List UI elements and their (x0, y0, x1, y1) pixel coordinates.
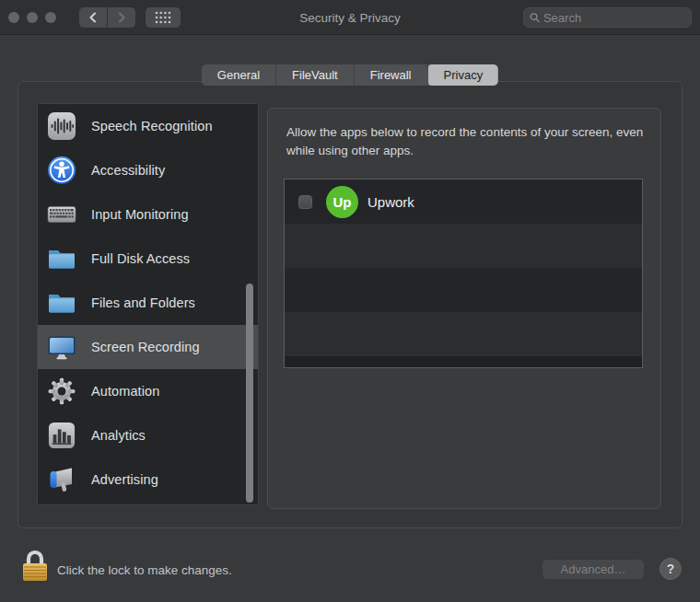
empty-row (285, 312, 642, 356)
megaphone-icon (46, 464, 77, 495)
bar-chart-icon (46, 420, 77, 451)
lock-hint-text: Click the lock to make changes. (57, 563, 232, 577)
search-input[interactable] (543, 11, 685, 25)
empty-row (285, 356, 642, 368)
folder-icon (46, 287, 77, 318)
sidebar-item-automation[interactable]: Automation (38, 369, 258, 413)
sidebar-item-label: Files and Folders (91, 295, 195, 310)
sidebar-item-label: Advertising (91, 472, 158, 487)
panel-description: Allow the apps below to record the conte… (286, 123, 651, 159)
waveform-icon (46, 110, 77, 142)
empty-row (285, 268, 642, 312)
sidebar-item-input-monitoring[interactable]: Input Monitoring (38, 192, 258, 237)
sidebar-item-speech-recognition[interactable]: Speech Recognition (38, 104, 258, 148)
sidebar-item-analytics[interactable]: Analytics (38, 413, 258, 457)
question-mark-icon: ? (667, 561, 675, 576)
sidebar-item-label: Input Monitoring (91, 207, 189, 222)
chevron-left-icon (88, 11, 99, 24)
tab-bar: General FileVault Firewall Privacy (202, 64, 498, 86)
sidebar-item-label: Screen Recording (91, 340, 200, 354)
minimize-window-icon[interactable] (27, 12, 38, 23)
folder-icon (46, 243, 77, 274)
upwork-logo-text: Up (333, 194, 352, 210)
screen-recording-panel: Allow the apps below to record the conte… (267, 108, 661, 509)
lock-button[interactable] (22, 549, 48, 587)
tab-firewall[interactable]: Firewall (355, 64, 428, 86)
accessibility-icon (46, 155, 77, 186)
tab-general[interactable]: General (202, 64, 276, 86)
app-name: Upwork (368, 194, 414, 210)
lock-icon (22, 549, 48, 584)
grid-icon (155, 11, 171, 24)
show-all-preferences-button[interactable] (146, 7, 181, 28)
close-window-icon[interactable] (8, 12, 19, 23)
app-permission-list: Up Upwork (284, 179, 643, 368)
sidebar-item-advertising[interactable]: Advertising (38, 457, 258, 502)
sidebar-item-label: Speech Recognition (91, 119, 213, 133)
sidebar-scrollbar[interactable] (246, 284, 253, 503)
display-icon (46, 331, 77, 363)
empty-row (285, 224, 642, 268)
back-button[interactable] (79, 7, 107, 28)
gear-icon (46, 376, 77, 407)
keyboard-icon (46, 199, 77, 230)
tab-privacy[interactable]: Privacy (428, 64, 499, 86)
sidebar-item-full-disk-access[interactable]: Full Disk Access (38, 237, 258, 281)
upwork-logo-icon: Up (326, 186, 358, 218)
advanced-button[interactable]: Advanced… (542, 560, 644, 579)
sidebar-item-label: Analytics (91, 428, 146, 443)
privacy-category-list: Speech Recognition Accessibility I (37, 103, 259, 505)
sidebar-item-accessibility[interactable]: Accessibility (38, 148, 258, 192)
sidebar-item-label: Accessibility (91, 163, 165, 178)
chevron-right-icon (116, 11, 127, 24)
upwork-checkbox[interactable] (298, 195, 312, 209)
forward-button[interactable] (108, 7, 135, 28)
sidebar-item-label: Full Disk Access (91, 251, 190, 266)
app-row-upwork[interactable]: Up Upwork (285, 179, 642, 224)
search-field[interactable] (523, 7, 692, 28)
sidebar-item-files-and-folders[interactable]: Files and Folders (38, 281, 258, 325)
zoom-window-icon[interactable] (45, 12, 56, 23)
tab-filevault[interactable]: FileVault (276, 64, 355, 86)
sidebar-item-screen-recording[interactable]: Screen Recording (38, 325, 258, 369)
sidebar-item-label: Automation (91, 384, 159, 399)
help-button[interactable]: ? (659, 558, 682, 580)
titlebar: Security & Privacy (0, 0, 700, 35)
search-icon (530, 12, 540, 23)
